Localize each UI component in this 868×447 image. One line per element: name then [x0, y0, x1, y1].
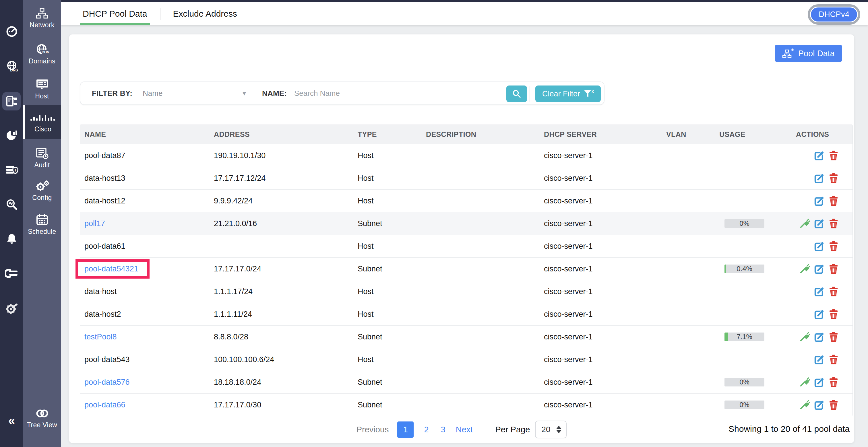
cell-type: Host: [353, 190, 422, 212]
cell-description: [422, 326, 539, 348]
column-header-address: ADDRESS: [210, 125, 353, 144]
name-label: NAME:: [262, 89, 287, 98]
protocol-toggle[interactable]: DHCPv4: [808, 4, 860, 25]
broom-action-button[interactable]: [800, 377, 810, 387]
connector-icon[interactable]: [0, 263, 23, 284]
delete-action-button[interactable]: [828, 377, 839, 387]
delete-action-button[interactable]: [828, 309, 839, 319]
cell-dhcp-server: cisco-server-1: [539, 235, 662, 257]
edit-icon: [814, 400, 824, 410]
pool-name-link[interactable]: poll17: [84, 219, 105, 228]
pool-name-link[interactable]: pool-data54321: [84, 264, 138, 274]
table-row: pool-data87190.19.10.1/30Hostcisco-serve…: [80, 144, 852, 167]
edit-action-button[interactable]: [814, 332, 825, 342]
dashboard-icon[interactable]: [0, 21, 23, 42]
previous-page-button[interactable]: Previous: [356, 425, 389, 435]
cell-address: 100.100.100.6/24: [210, 348, 353, 371]
pool-name-link[interactable]: pool-data66: [84, 401, 125, 409]
host-icon: [23, 78, 61, 91]
security-icon[interactable]: !: [0, 160, 23, 180]
pool-data-table: NAMEADDRESSTYPEDESCRIPTIONDHCP SERVERVLA…: [80, 125, 853, 416]
edit-action-button[interactable]: [814, 377, 825, 387]
cell-description: [422, 371, 539, 393]
delete-action-button[interactable]: [828, 332, 839, 342]
delete-icon: [829, 173, 838, 183]
tools-icon[interactable]: [0, 298, 23, 319]
delete-action-button[interactable]: [828, 354, 839, 365]
sidebar-item-audit[interactable]: Audit: [23, 147, 61, 169]
search-name-input[interactable]: [294, 89, 495, 98]
delete-action-button[interactable]: [828, 264, 839, 274]
edit-action-button[interactable]: [814, 173, 825, 183]
edit-icon: [814, 219, 824, 228]
edit-icon: [814, 309, 824, 319]
cell-name: pool-data54321: [80, 258, 210, 280]
sidebar-item-network[interactable]: Network: [23, 7, 61, 29]
delete-action-button[interactable]: [828, 286, 839, 297]
next-page-button[interactable]: Next: [456, 425, 473, 435]
edit-action-button[interactable]: [814, 264, 825, 274]
cell-vlan: [662, 326, 715, 348]
sidebar-item-domains[interactable]: COM Domains: [23, 43, 61, 65]
svg-text:x: x: [592, 90, 594, 94]
edit-action-button[interactable]: [814, 241, 825, 251]
cell-address: 17.17.17.12/24: [210, 167, 353, 189]
cell-actions: [792, 280, 853, 303]
notifications-icon[interactable]: [0, 229, 23, 249]
svg-text:COM: COM: [42, 50, 49, 54]
pool-name-link[interactable]: testPool8: [84, 332, 117, 342]
chevron-down-icon[interactable]: ▾: [243, 82, 246, 104]
broom-action-button[interactable]: [800, 400, 810, 410]
discovery-icon[interactable]: [0, 194, 23, 215]
edit-action-button[interactable]: [814, 354, 825, 365]
broom-action-button[interactable]: [800, 218, 810, 229]
dns-icon[interactable]: DNS: [0, 56, 23, 77]
pool-name-link[interactable]: pool-data576: [84, 378, 130, 387]
cell-actions: [792, 258, 853, 280]
per-page-select[interactable]: 20: [535, 421, 567, 438]
sidebar-item-config[interactable]: Config: [23, 180, 61, 202]
delete-action-button[interactable]: [828, 241, 839, 251]
sidebar-item-cisco[interactable]: Cisco: [23, 105, 61, 139]
reports-icon[interactable]: [0, 125, 23, 146]
sidebar-item-schedule[interactable]: Schedule: [23, 214, 61, 235]
add-pool-data-button[interactable]: Pool Data: [775, 45, 842, 62]
edit-action-button[interactable]: [814, 196, 825, 206]
edit-action-button[interactable]: [814, 286, 825, 297]
search-button[interactable]: [506, 86, 527, 102]
broom-action-button[interactable]: [800, 264, 810, 274]
delete-icon: [829, 287, 838, 296]
sidebar-item-tree-view[interactable]: Tree View: [23, 407, 61, 429]
cell-vlan: [662, 235, 715, 257]
delete-action-button[interactable]: [828, 173, 839, 183]
table-row: pool-data57618.18.18.0/24Subnetcisco-ser…: [80, 371, 852, 393]
delete-action-button[interactable]: [828, 218, 839, 229]
cell-usage: [715, 303, 792, 325]
table-row: pool-data5432117.17.17.0/24Subnetcisco-s…: [80, 257, 852, 280]
tab-exclude-address[interactable]: Exclude Address: [172, 2, 239, 25]
broom-action-button[interactable]: [800, 332, 810, 342]
edit-action-button[interactable]: [814, 309, 825, 319]
collapse-icon[interactable]: «: [0, 410, 23, 431]
filter-by-dropdown[interactable]: Name: [143, 82, 162, 104]
clear-filter-button[interactable]: Clear Filter x: [535, 86, 601, 102]
edit-action-button[interactable]: [814, 400, 825, 410]
edit-action-button[interactable]: [814, 218, 825, 229]
ipam-icon[interactable]: [2, 92, 21, 110]
delete-action-button[interactable]: [828, 196, 839, 206]
page-3-button[interactable]: 3: [439, 425, 447, 435]
table-header-row: NAMEADDRESSTYPEDESCRIPTIONDHCP SERVERVLA…: [80, 125, 852, 144]
sidebar-item-host[interactable]: Host: [23, 78, 61, 100]
page-1-button[interactable]: 1: [397, 421, 414, 438]
cell-vlan: [662, 394, 715, 416]
tab-dhcp-pool-data[interactable]: DHCP Pool Data: [81, 2, 149, 25]
edit-action-button[interactable]: [814, 150, 825, 161]
table-row: data-host21.1.1.11/24Hostcisco-server-1: [80, 303, 852, 325]
delete-action-button[interactable]: [828, 400, 839, 410]
page-2-button[interactable]: 2: [422, 425, 430, 435]
delete-action-button[interactable]: [828, 150, 839, 161]
cell-address: 1.1.1.17/24: [210, 280, 353, 303]
cell-address: 17.17.17.0/24: [210, 258, 353, 280]
cell-vlan: [662, 258, 715, 280]
delete-icon: [829, 377, 838, 387]
